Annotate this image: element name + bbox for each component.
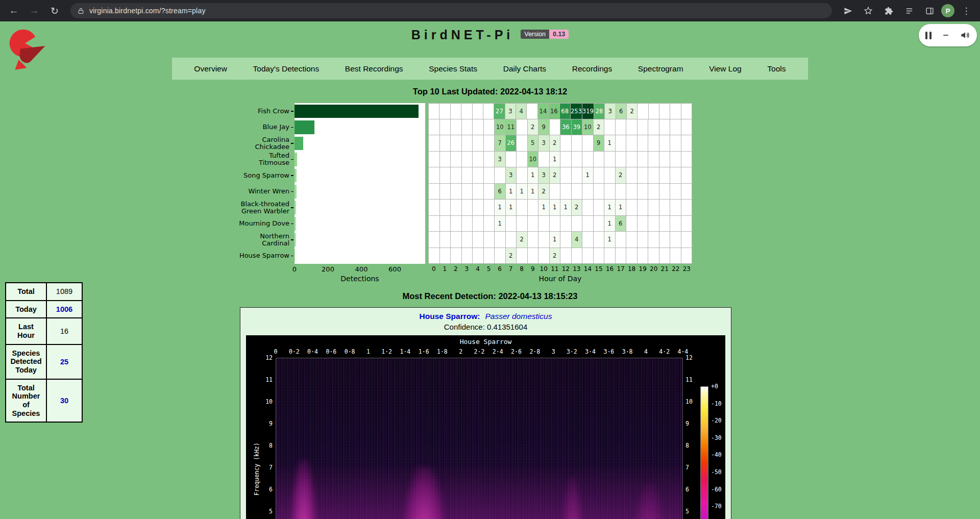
heatmap-cell xyxy=(648,135,659,152)
stats-table: Total1089Today1006Last Hour16Species Det… xyxy=(5,282,83,423)
nav-item-recordings[interactable]: Recordings xyxy=(572,64,612,73)
time-tick-label: 0·2 xyxy=(289,348,300,355)
heatmap-cell xyxy=(451,232,462,248)
y-tick xyxy=(291,111,293,112)
hour-tick-label: 9 xyxy=(527,264,538,273)
hour-tick-label: 8 xyxy=(516,264,527,273)
heatmap-cell xyxy=(594,232,605,248)
nav-item-best-recordings[interactable]: Best Recordings xyxy=(345,64,403,73)
time-tick-label: 0·4 xyxy=(307,348,318,355)
nav-item-overview[interactable]: Overview xyxy=(194,64,227,73)
heatmap-cell: 1 xyxy=(528,184,539,200)
back-button[interactable]: ← xyxy=(5,2,22,19)
share-icon[interactable] xyxy=(839,2,856,19)
nav-item-view-log[interactable]: View Log xyxy=(709,64,741,73)
time-tick-label: 2·2 xyxy=(474,348,485,355)
heatmap-cell: 68 xyxy=(560,103,571,119)
nav-item-daily-charts[interactable]: Daily Charts xyxy=(503,64,546,73)
detection-common-name: House Sparrow: xyxy=(420,312,480,320)
heatmap-cell xyxy=(439,103,450,119)
browser-toolbar: ← → ↻ virginia.birdnetpi.com/?stream=pla… xyxy=(0,0,980,21)
time-tick-label: 2·6 xyxy=(511,348,522,355)
stats-value-link[interactable]: 1006 xyxy=(46,301,82,318)
heatmap-cell: 5 xyxy=(528,135,539,152)
heatmap-cell xyxy=(594,216,605,232)
db-tick-label: -60 xyxy=(711,486,722,493)
heatmap-cell xyxy=(451,152,462,168)
refresh-button[interactable]: ↻ xyxy=(46,2,63,19)
heatmap-cell xyxy=(560,232,572,248)
page-header: BirdNET-Pi Version 0.13 xyxy=(0,21,980,42)
hour-tick-label: 14 xyxy=(582,264,594,273)
bar-plot-cell xyxy=(295,232,425,248)
freq-tick-label: 8 xyxy=(256,442,273,449)
heatmap-cell xyxy=(451,200,462,216)
heatmap-cell xyxy=(616,152,627,168)
freq-tick-label: 11 xyxy=(685,376,702,383)
detections-bar xyxy=(295,105,419,118)
detection-species-link[interactable]: House Sparrow:Passer domesticus xyxy=(420,312,552,321)
time-tick-label: 1·4 xyxy=(400,348,411,355)
heatmap-cell xyxy=(681,248,693,264)
spectrogram-energy-streak xyxy=(633,483,665,519)
heatmap-cell xyxy=(484,232,495,248)
heatmap-cell xyxy=(648,216,659,232)
heatmap-cell: 1 xyxy=(604,216,616,232)
menu-icon[interactable]: ⋮ xyxy=(958,2,975,19)
heatmap-cell xyxy=(681,135,693,152)
heatmap-cell xyxy=(626,184,638,200)
heatmap-cell xyxy=(473,248,484,264)
time-tick-label: 0 xyxy=(274,348,278,355)
heatmap-cell xyxy=(517,152,528,168)
stats-value-link[interactable]: 25 xyxy=(46,344,82,379)
reading-list-icon[interactable] xyxy=(900,2,918,19)
nav-item-spectrogram[interactable]: Spectrogram xyxy=(638,64,683,73)
heatmap-cell: 2 xyxy=(572,200,583,216)
time-tick-label: 3·2 xyxy=(567,348,577,355)
heatmap-cell: 26 xyxy=(506,135,517,152)
heatmap-cell xyxy=(484,200,495,216)
heatmap-cell xyxy=(681,152,693,168)
heatmap-cell: 2 xyxy=(550,135,561,152)
bookmark-star-icon[interactable] xyxy=(860,2,877,19)
nav-item-tools[interactable]: Tools xyxy=(767,64,786,73)
detections-bar xyxy=(295,217,296,231)
heatmap-cell xyxy=(626,248,638,264)
heatmap-cell xyxy=(604,184,616,200)
spectrogram-energy-streak xyxy=(562,477,583,519)
extensions-icon[interactable] xyxy=(880,2,897,19)
forward-button[interactable]: → xyxy=(26,2,43,19)
time-tick-label: 3·6 xyxy=(604,348,615,355)
heatmap-row: 313212 xyxy=(428,167,692,184)
heatmap-cell xyxy=(451,119,462,136)
heatmap-cell: 2 xyxy=(550,248,561,264)
heatmap-cell: 2 xyxy=(506,248,517,264)
heatmap-cell xyxy=(484,135,495,152)
lock-icon[interactable] xyxy=(78,8,84,14)
heatmap-cell xyxy=(560,184,572,200)
heatmap-cell xyxy=(648,248,659,264)
heatmap-cell xyxy=(626,135,638,152)
pause-button[interactable] xyxy=(925,32,932,39)
nav-item-today-s-detections[interactable]: Today's Detections xyxy=(253,64,320,73)
heatmap-cell xyxy=(638,152,649,168)
heatmap-cell xyxy=(659,248,671,264)
url-bar[interactable]: virginia.birdnetpi.com/?stream=play xyxy=(70,3,832,18)
heatmap-cell xyxy=(462,135,473,152)
freq-tick-label: 10 xyxy=(685,398,702,405)
nav-item-species-stats[interactable]: Species Stats xyxy=(429,64,477,73)
figure-rows: Fish Crow273414166825331928362Blue Jay10… xyxy=(238,103,698,264)
freq-tick-label: 8 xyxy=(685,442,702,449)
stats-value-link[interactable]: 30 xyxy=(46,379,82,423)
y-tick xyxy=(291,127,293,128)
detection-confidence: Confidence: 0.41351604 xyxy=(240,323,731,331)
heatmap-cell xyxy=(527,103,537,119)
time-tick-label: 1 xyxy=(366,348,370,355)
heatmap-cell xyxy=(462,200,473,216)
side-panel-icon[interactable] xyxy=(921,2,938,19)
volume-button[interactable] xyxy=(960,30,970,40)
profile-avatar[interactable]: P xyxy=(941,4,954,17)
heatmap-cell xyxy=(681,232,693,248)
heatmap-cell: 3 xyxy=(538,167,550,184)
stats-row: Total1089 xyxy=(6,283,82,301)
